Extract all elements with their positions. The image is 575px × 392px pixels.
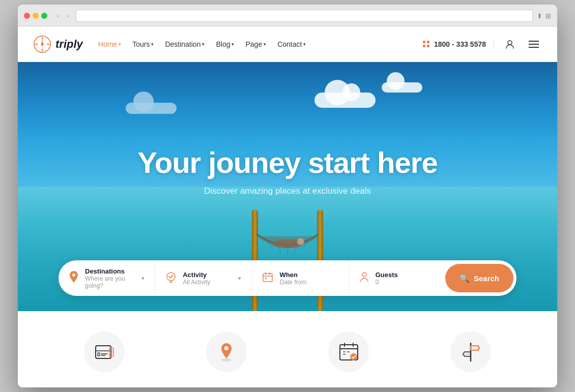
calendar-icon-wrapper bbox=[328, 331, 369, 372]
browser-chrome: ‹ › ⬆ ⊞ bbox=[18, 5, 557, 26]
destinations-arrow-icon: ▾ bbox=[141, 275, 145, 282]
hero-section: Your jouney start here Discover amazing … bbox=[18, 62, 557, 311]
logo-text: triply bbox=[55, 38, 83, 51]
destinations-content: Destinations Where are you going? bbox=[85, 267, 135, 289]
svg-point-25 bbox=[362, 273, 366, 277]
nav-divider bbox=[494, 39, 494, 49]
user-icon-button[interactable] bbox=[502, 36, 518, 52]
search-button-label: Search bbox=[474, 274, 499, 283]
back-button[interactable]: ‹ bbox=[54, 12, 62, 20]
browser-actions: ⬆ ⊞ bbox=[537, 12, 551, 20]
guests-field[interactable]: Guests 0 bbox=[349, 260, 445, 296]
ticket-feature-icon bbox=[93, 341, 116, 364]
ticket-icon-wrapper bbox=[84, 331, 125, 372]
nav-link-contact[interactable]: Contact ▾ bbox=[277, 40, 306, 48]
close-dot[interactable] bbox=[24, 13, 30, 19]
search-button[interactable]: 🔍 Search bbox=[445, 264, 513, 292]
nav-link-destination[interactable]: Destination ▾ bbox=[165, 40, 205, 48]
location-pin-icon bbox=[69, 271, 79, 286]
website-content: triply Home ▾ Tours ▾ bbox=[18, 26, 557, 387]
svg-rect-28 bbox=[98, 353, 100, 356]
svg-rect-26 bbox=[96, 346, 111, 358]
destination-arrow-icon: ▾ bbox=[202, 42, 205, 47]
feature-item-calendar bbox=[318, 326, 379, 377]
guests-label: Guests bbox=[376, 271, 435, 279]
search-bar: Destinations Where are you going? ▾ bbox=[59, 260, 516, 296]
feature-item-signpost bbox=[440, 326, 501, 377]
hamburger-icon bbox=[529, 40, 539, 48]
signpost-feature-icon bbox=[459, 341, 482, 364]
contact-arrow-icon: ▾ bbox=[303, 42, 306, 47]
destinations-label: Destinations bbox=[85, 267, 135, 275]
svg-marker-7 bbox=[41, 44, 43, 50]
nav-item-home[interactable]: Home ▾ bbox=[98, 40, 121, 48]
new-tab-icon[interactable]: ⊞ bbox=[545, 12, 551, 20]
svg-point-19 bbox=[72, 274, 75, 277]
nav-link-blog[interactable]: Blog ▾ bbox=[216, 40, 234, 48]
destinations-value: Where are you going? bbox=[85, 275, 135, 289]
page-arrow-icon: ▾ bbox=[264, 42, 266, 47]
minimize-dot[interactable] bbox=[33, 13, 39, 19]
nav-item-tours[interactable]: Tours ▾ bbox=[132, 40, 154, 48]
nav-item-blog[interactable]: Blog ▾ bbox=[216, 40, 234, 48]
blog-arrow-icon: ▾ bbox=[232, 42, 234, 47]
tours-arrow-icon: ▾ bbox=[151, 42, 154, 47]
hero-title: Your jouney start here bbox=[137, 146, 437, 179]
activity-label: Activity bbox=[183, 271, 232, 279]
nav-item-contact[interactable]: Contact ▾ bbox=[277, 40, 306, 48]
location-icon-wrapper bbox=[206, 331, 247, 372]
feature-item-ticket bbox=[74, 326, 135, 377]
svg-point-35 bbox=[224, 346, 228, 350]
signpost-icon-wrapper bbox=[450, 331, 491, 372]
svg-point-36 bbox=[221, 358, 232, 361]
browser-dots bbox=[24, 13, 47, 19]
nav-link-tours[interactable]: Tours ▾ bbox=[132, 40, 154, 48]
phone-grid-icon bbox=[423, 41, 430, 48]
nav-left: triply Home ▾ Tours ▾ bbox=[33, 35, 306, 53]
feature-item-location bbox=[196, 326, 257, 377]
svg-point-41 bbox=[350, 353, 357, 360]
search-button-icon: 🔍 bbox=[459, 274, 470, 283]
hero-subtitle: Discover amazing places at exclusive dea… bbox=[204, 186, 371, 196]
when-label: When bbox=[279, 271, 338, 279]
calendar-icon bbox=[262, 272, 273, 285]
navbar: triply Home ▾ Tours ▾ bbox=[18, 26, 557, 62]
activity-content: Activity All Activity bbox=[183, 271, 232, 286]
nav-link-page[interactable]: Page ▾ bbox=[245, 40, 266, 48]
destinations-field[interactable]: Destinations Where are you going? ▾ bbox=[59, 260, 155, 296]
activity-arrow-icon: ▾ bbox=[238, 275, 241, 282]
user-icon bbox=[505, 40, 514, 49]
maximize-dot[interactable] bbox=[41, 13, 47, 19]
nav-item-destination[interactable]: Destination ▾ bbox=[165, 40, 205, 48]
menu-icon-button[interactable] bbox=[526, 36, 542, 52]
browser-nav-buttons: ‹ › bbox=[54, 12, 72, 20]
search-bar-wrapper: Destinations Where are you going? ▾ bbox=[59, 260, 516, 296]
guests-value: 0 bbox=[376, 279, 435, 286]
activity-value: All Activity bbox=[183, 279, 232, 286]
url-bar[interactable] bbox=[76, 10, 533, 22]
svg-marker-6 bbox=[41, 39, 43, 44]
guests-icon bbox=[359, 272, 369, 285]
activity-field[interactable]: Activity All Activity ▾ bbox=[155, 260, 252, 296]
when-value: Date from bbox=[279, 279, 338, 286]
nav-item-page[interactable]: Page ▾ bbox=[245, 40, 266, 48]
features-section bbox=[18, 311, 557, 387]
nav-link-home[interactable]: Home ▾ bbox=[98, 40, 121, 48]
phone-number: 1800 - 333 5578 bbox=[423, 40, 486, 48]
logo[interactable]: triply bbox=[33, 35, 83, 53]
location-feature-icon bbox=[215, 341, 238, 364]
forward-button[interactable]: › bbox=[64, 12, 72, 20]
nav-menu: Home ▾ Tours ▾ Destination ▾ bbox=[98, 40, 306, 48]
home-arrow-icon: ▾ bbox=[119, 42, 121, 47]
guests-content: Guests 0 bbox=[376, 271, 435, 286]
svg-rect-24 bbox=[265, 278, 267, 279]
activity-icon bbox=[165, 272, 177, 285]
calendar-feature-icon bbox=[337, 341, 360, 364]
nav-right: 1800 - 333 5578 bbox=[423, 36, 542, 52]
share-icon[interactable]: ⬆ bbox=[537, 12, 542, 20]
compass-logo-icon bbox=[33, 35, 51, 53]
when-content: When Date from bbox=[279, 271, 338, 286]
when-field[interactable]: When Date from bbox=[252, 260, 349, 296]
svg-point-8 bbox=[508, 41, 512, 45]
browser-window: ‹ › ⬆ ⊞ bbox=[18, 5, 557, 387]
